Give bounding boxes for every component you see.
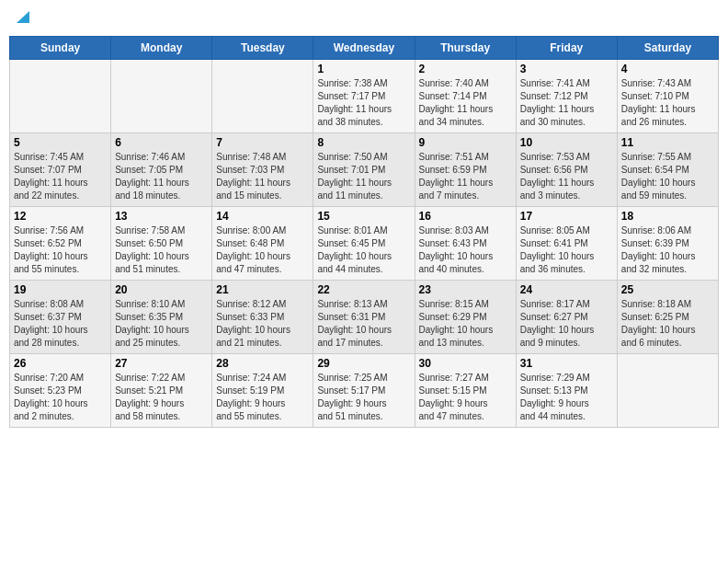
day-number: 31 xyxy=(520,357,613,370)
calendar-cell: 24Sunrise: 8:17 AM Sunset: 6:27 PM Dayli… xyxy=(516,280,617,353)
calendar-cell: 20Sunrise: 8:10 AM Sunset: 6:35 PM Dayli… xyxy=(111,280,212,353)
calendar-cell: 30Sunrise: 7:27 AM Sunset: 5:15 PM Dayli… xyxy=(415,353,516,427)
calendar-cell: 28Sunrise: 7:24 AM Sunset: 5:19 PM Dayli… xyxy=(212,353,313,427)
calendar-cell: 2Sunrise: 7:40 AM Sunset: 7:14 PM Daylig… xyxy=(415,59,516,132)
day-info: Sunrise: 8:10 AM Sunset: 6:35 PM Dayligh… xyxy=(115,298,208,350)
day-info: Sunrise: 7:50 AM Sunset: 7:01 PM Dayligh… xyxy=(317,151,410,202)
day-number: 16 xyxy=(419,210,512,223)
calendar-cell: 13Sunrise: 7:58 AM Sunset: 6:50 PM Dayli… xyxy=(111,206,212,280)
calendar-week-row: 1Sunrise: 7:38 AM Sunset: 7:17 PM Daylig… xyxy=(10,59,719,132)
day-number: 2 xyxy=(419,63,512,75)
day-info: Sunrise: 7:38 AM Sunset: 7:17 PM Dayligh… xyxy=(317,77,410,129)
day-number: 12 xyxy=(14,210,107,223)
calendar-cell: 27Sunrise: 7:22 AM Sunset: 5:21 PM Dayli… xyxy=(111,353,212,427)
day-info: Sunrise: 7:56 AM Sunset: 6:52 PM Dayligh… xyxy=(14,224,107,276)
calendar-cell: 10Sunrise: 7:53 AM Sunset: 6:56 PM Dayli… xyxy=(516,132,617,206)
day-info: Sunrise: 7:58 AM Sunset: 6:50 PM Dayligh… xyxy=(115,224,208,276)
day-info: Sunrise: 7:25 AM Sunset: 5:17 PM Dayligh… xyxy=(317,372,410,423)
day-number: 28 xyxy=(216,357,309,370)
calendar-cell: 6Sunrise: 7:46 AM Sunset: 7:05 PM Daylig… xyxy=(111,132,212,206)
logo-triangle-icon xyxy=(15,9,31,24)
day-number: 26 xyxy=(14,357,107,370)
day-number: 4 xyxy=(621,63,714,75)
calendar-cell: 7Sunrise: 7:48 AM Sunset: 7:03 PM Daylig… xyxy=(212,132,313,206)
day-info: Sunrise: 7:40 AM Sunset: 7:14 PM Dayligh… xyxy=(419,77,512,129)
calendar-cell: 9Sunrise: 7:51 AM Sunset: 6:59 PM Daylig… xyxy=(415,132,516,206)
calendar-week-row: 12Sunrise: 7:56 AM Sunset: 6:52 PM Dayli… xyxy=(10,206,719,280)
calendar-cell: 19Sunrise: 8:08 AM Sunset: 6:37 PM Dayli… xyxy=(10,280,111,353)
calendar-cell: 12Sunrise: 7:56 AM Sunset: 6:52 PM Dayli… xyxy=(10,206,111,280)
calendar-body: 1Sunrise: 7:38 AM Sunset: 7:17 PM Daylig… xyxy=(10,59,719,427)
calendar-cell: 21Sunrise: 8:12 AM Sunset: 6:33 PM Dayli… xyxy=(212,280,313,353)
day-info: Sunrise: 8:01 AM Sunset: 6:45 PM Dayligh… xyxy=(317,224,410,276)
calendar-cell: 4Sunrise: 7:43 AM Sunset: 7:10 PM Daylig… xyxy=(617,59,718,132)
day-info: Sunrise: 7:48 AM Sunset: 7:03 PM Dayligh… xyxy=(216,151,309,202)
calendar-cell: 15Sunrise: 8:01 AM Sunset: 6:45 PM Dayli… xyxy=(313,206,415,280)
header-day-thursday: Thursday xyxy=(415,36,516,59)
day-number: 25 xyxy=(621,283,714,296)
day-number: 1 xyxy=(317,63,410,75)
calendar-cell: 8Sunrise: 7:50 AM Sunset: 7:01 PM Daylig… xyxy=(313,132,415,206)
calendar-cell xyxy=(10,59,111,132)
day-number: 7 xyxy=(216,136,309,149)
calendar-cell xyxy=(212,59,313,132)
calendar-cell: 11Sunrise: 7:55 AM Sunset: 6:54 PM Dayli… xyxy=(617,132,718,206)
day-info: Sunrise: 8:00 AM Sunset: 6:48 PM Dayligh… xyxy=(216,224,309,276)
calendar-week-row: 26Sunrise: 7:20 AM Sunset: 5:23 PM Dayli… xyxy=(10,353,719,427)
calendar-table: SundayMondayTuesdayWednesdayThursdayFrid… xyxy=(9,36,719,428)
day-number: 10 xyxy=(520,136,613,149)
day-number: 23 xyxy=(419,283,512,296)
day-number: 24 xyxy=(520,283,613,296)
calendar-cell: 26Sunrise: 7:20 AM Sunset: 5:23 PM Dayli… xyxy=(10,353,111,427)
header-row: SundayMondayTuesdayWednesdayThursdayFrid… xyxy=(10,36,719,59)
header-day-friday: Friday xyxy=(516,36,617,59)
day-number: 29 xyxy=(317,357,410,370)
calendar-cell: 29Sunrise: 7:25 AM Sunset: 5:17 PM Dayli… xyxy=(313,353,415,427)
day-info: Sunrise: 7:29 AM Sunset: 5:13 PM Dayligh… xyxy=(520,372,613,423)
day-info: Sunrise: 7:27 AM Sunset: 5:15 PM Dayligh… xyxy=(419,372,512,423)
calendar-week-row: 19Sunrise: 8:08 AM Sunset: 6:37 PM Dayli… xyxy=(10,280,719,353)
calendar-cell: 31Sunrise: 7:29 AM Sunset: 5:13 PM Dayli… xyxy=(516,353,617,427)
day-info: Sunrise: 8:15 AM Sunset: 6:29 PM Dayligh… xyxy=(419,298,512,350)
day-info: Sunrise: 7:53 AM Sunset: 6:56 PM Dayligh… xyxy=(520,151,613,202)
day-info: Sunrise: 7:43 AM Sunset: 7:10 PM Dayligh… xyxy=(621,77,714,129)
day-info: Sunrise: 8:03 AM Sunset: 6:43 PM Dayligh… xyxy=(419,224,512,276)
day-number: 21 xyxy=(216,283,309,296)
day-number: 11 xyxy=(621,136,714,149)
day-number: 8 xyxy=(317,136,410,149)
calendar-week-row: 5Sunrise: 7:45 AM Sunset: 7:07 PM Daylig… xyxy=(10,132,719,206)
day-number: 22 xyxy=(317,283,410,296)
day-number: 19 xyxy=(14,283,107,296)
calendar-cell xyxy=(111,59,212,132)
day-info: Sunrise: 8:17 AM Sunset: 6:27 PM Dayligh… xyxy=(520,298,613,350)
day-number: 6 xyxy=(115,136,208,149)
calendar-header: SundayMondayTuesdayWednesdayThursdayFrid… xyxy=(10,36,719,59)
day-number: 27 xyxy=(115,357,208,370)
day-number: 14 xyxy=(216,210,309,223)
day-info: Sunrise: 7:55 AM Sunset: 6:54 PM Dayligh… xyxy=(621,151,714,202)
day-info: Sunrise: 8:18 AM Sunset: 6:25 PM Dayligh… xyxy=(621,298,714,350)
day-info: Sunrise: 7:45 AM Sunset: 7:07 PM Dayligh… xyxy=(14,151,107,202)
day-info: Sunrise: 8:12 AM Sunset: 6:33 PM Dayligh… xyxy=(216,298,309,350)
header-day-tuesday: Tuesday xyxy=(212,36,313,59)
day-number: 9 xyxy=(419,136,512,149)
page-header xyxy=(9,9,719,29)
logo xyxy=(13,9,31,29)
day-info: Sunrise: 7:41 AM Sunset: 7:12 PM Dayligh… xyxy=(520,77,613,129)
day-number: 17 xyxy=(520,210,613,223)
day-info: Sunrise: 7:22 AM Sunset: 5:21 PM Dayligh… xyxy=(115,372,208,423)
calendar-cell: 3Sunrise: 7:41 AM Sunset: 7:12 PM Daylig… xyxy=(516,59,617,132)
calendar-cell: 18Sunrise: 8:06 AM Sunset: 6:39 PM Dayli… xyxy=(617,206,718,280)
day-info: Sunrise: 7:46 AM Sunset: 7:05 PM Dayligh… xyxy=(115,151,208,202)
day-number: 20 xyxy=(115,283,208,296)
day-info: Sunrise: 7:24 AM Sunset: 5:19 PM Dayligh… xyxy=(216,372,309,423)
calendar-cell: 17Sunrise: 8:05 AM Sunset: 6:41 PM Dayli… xyxy=(516,206,617,280)
day-info: Sunrise: 8:05 AM Sunset: 6:41 PM Dayligh… xyxy=(520,224,613,276)
calendar-cell: 14Sunrise: 8:00 AM Sunset: 6:48 PM Dayli… xyxy=(212,206,313,280)
day-info: Sunrise: 7:51 AM Sunset: 6:59 PM Dayligh… xyxy=(419,151,512,202)
day-info: Sunrise: 8:13 AM Sunset: 6:31 PM Dayligh… xyxy=(317,298,410,350)
day-info: Sunrise: 8:06 AM Sunset: 6:39 PM Dayligh… xyxy=(621,224,714,276)
day-number: 18 xyxy=(621,210,714,223)
header-day-wednesday: Wednesday xyxy=(313,36,415,59)
header-day-saturday: Saturday xyxy=(617,36,718,59)
